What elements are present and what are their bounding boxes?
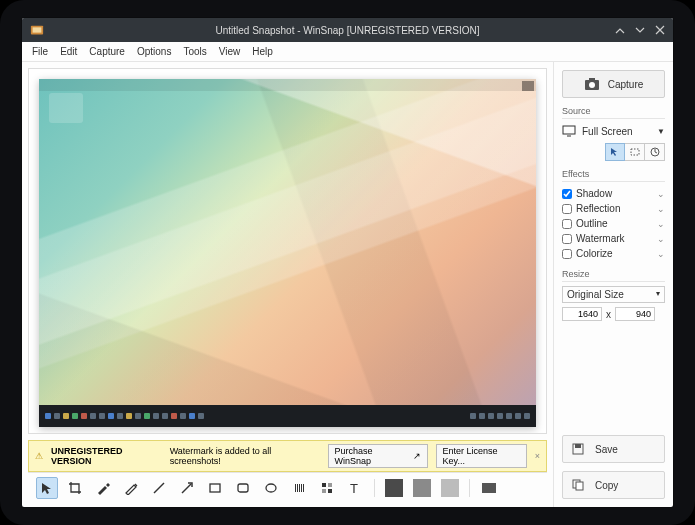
effect-label: Watermark	[576, 233, 625, 244]
menu-capture[interactable]: Capture	[89, 46, 125, 57]
pixelate-tool[interactable]	[316, 477, 338, 499]
desktop-widget-icon	[49, 93, 83, 123]
stroke-width-tool[interactable]	[478, 477, 500, 499]
effect-checkbox[interactable]	[562, 189, 572, 199]
copy-icon	[571, 478, 585, 492]
svg-rect-20	[631, 149, 639, 155]
effect-label: Shadow	[576, 188, 612, 199]
resize-height-input[interactable]	[615, 307, 655, 321]
resize-mode-selector[interactable]: Original Size▾	[562, 286, 665, 303]
chevron-down-icon: ▾	[656, 289, 660, 300]
resize-width-input[interactable]	[562, 307, 602, 321]
rectangle-tool[interactable]	[204, 477, 226, 499]
source-panel: Source Full Screen ▼	[562, 106, 665, 161]
effects-heading: Effects	[562, 169, 665, 182]
color-swatch-light[interactable]	[439, 477, 461, 499]
effect-colorize[interactable]: Colorize⌄	[562, 246, 665, 261]
warning-icon: ⚠	[35, 451, 43, 461]
blur-tool[interactable]	[288, 477, 310, 499]
line-tool[interactable]	[148, 477, 170, 499]
sidebar: Capture Source Full Screen ▼ Effects Sha…	[553, 62, 673, 507]
svg-rect-17	[589, 78, 595, 81]
pointer-tool[interactable]	[36, 477, 58, 499]
monitor-icon	[562, 125, 576, 137]
minimize-button[interactable]	[615, 25, 625, 35]
menu-options[interactable]: Options	[137, 46, 171, 57]
ellipse-tool[interactable]	[260, 477, 282, 499]
menu-view[interactable]: View	[219, 46, 241, 57]
resize-panel: Resize Original Size▾ x	[562, 269, 665, 321]
preview-close-icon	[522, 81, 534, 91]
external-link-icon: ↗	[413, 451, 421, 461]
svg-rect-1	[33, 27, 42, 32]
color-swatch-medium[interactable]	[411, 477, 433, 499]
dimension-separator: x	[606, 309, 611, 320]
crop-tool[interactable]	[64, 477, 86, 499]
menu-tools[interactable]: Tools	[183, 46, 206, 57]
app-icon	[30, 23, 44, 37]
purchase-button[interactable]: Purchase WinSnap↗	[328, 444, 428, 468]
color-swatch-dark[interactable]	[383, 477, 405, 499]
svg-rect-23	[575, 444, 581, 448]
arrow-tool[interactable]	[176, 477, 198, 499]
enter-license-button[interactable]: Enter License Key...	[436, 444, 527, 468]
effect-label: Outline	[576, 218, 608, 229]
chevron-down-icon[interactable]: ⌄	[657, 234, 665, 244]
capture-mode-timed[interactable]	[645, 143, 665, 161]
chevron-down-icon[interactable]: ⌄	[657, 204, 665, 214]
svg-rect-11	[328, 483, 332, 487]
close-button[interactable]	[655, 25, 665, 35]
effect-checkbox[interactable]	[562, 204, 572, 214]
taskbar	[39, 405, 536, 427]
svg-rect-25	[576, 482, 583, 490]
save-icon	[571, 442, 585, 456]
nag-bar: ⚠ UNREGISTERED VERSION Watermark is adde…	[28, 440, 547, 472]
effect-checkbox[interactable]	[562, 234, 572, 244]
screenshot-preview	[39, 79, 536, 427]
nag-text: Watermark is added to all screenshots!	[170, 446, 320, 466]
capture-button[interactable]: Capture	[562, 70, 665, 98]
canvas[interactable]	[28, 68, 547, 434]
resize-heading: Resize	[562, 269, 665, 282]
source-mode-selector[interactable]: Full Screen ▼	[562, 123, 665, 139]
svg-rect-12	[322, 489, 326, 493]
rounded-rect-tool[interactable]	[232, 477, 254, 499]
highlighter-tool[interactable]	[92, 477, 114, 499]
nag-heading: UNREGISTERED VERSION	[51, 446, 162, 466]
effect-checkbox[interactable]	[562, 219, 572, 229]
effect-reflection[interactable]: Reflection⌄	[562, 201, 665, 216]
svg-rect-8	[294, 484, 304, 492]
camera-icon	[584, 77, 600, 91]
effect-outline[interactable]: Outline⌄	[562, 216, 665, 231]
svg-rect-18	[563, 126, 575, 134]
effect-watermark[interactable]: Watermark⌄	[562, 231, 665, 246]
maximize-button[interactable]	[635, 25, 645, 35]
save-button[interactable]: Save	[562, 435, 665, 463]
pencil-tool[interactable]	[120, 477, 142, 499]
svg-line-2	[154, 483, 164, 493]
draw-toolbar: T	[28, 472, 547, 503]
effect-shadow[interactable]: Shadow⌄	[562, 186, 665, 201]
menu-file[interactable]: File	[32, 46, 48, 57]
svg-rect-10	[322, 483, 326, 487]
copy-button[interactable]: Copy	[562, 471, 665, 499]
menu-help[interactable]: Help	[252, 46, 273, 57]
capture-mode-pointer[interactable]	[605, 143, 625, 161]
svg-line-3	[182, 484, 191, 493]
svg-text:T: T	[350, 481, 358, 495]
chevron-down-icon[interactable]: ⌄	[657, 189, 665, 199]
capture-mode-region[interactable]	[625, 143, 645, 161]
app-window: Untitled Snapshot - WinSnap [UNREGISTERE…	[22, 18, 673, 507]
text-tool[interactable]: T	[344, 477, 366, 499]
svg-point-16	[589, 82, 595, 88]
menu-edit[interactable]: Edit	[60, 46, 77, 57]
nag-close-icon[interactable]: ×	[535, 451, 540, 461]
effect-checkbox[interactable]	[562, 249, 572, 259]
svg-rect-4	[210, 484, 220, 492]
effect-label: Colorize	[576, 248, 613, 259]
titlebar: Untitled Snapshot - WinSnap [UNREGISTERE…	[22, 18, 673, 42]
chevron-down-icon[interactable]: ⌄	[657, 249, 665, 259]
chevron-down-icon[interactable]: ⌄	[657, 219, 665, 229]
menubar: File Edit Capture Options Tools View Hel…	[22, 42, 673, 62]
svg-rect-13	[328, 489, 332, 493]
